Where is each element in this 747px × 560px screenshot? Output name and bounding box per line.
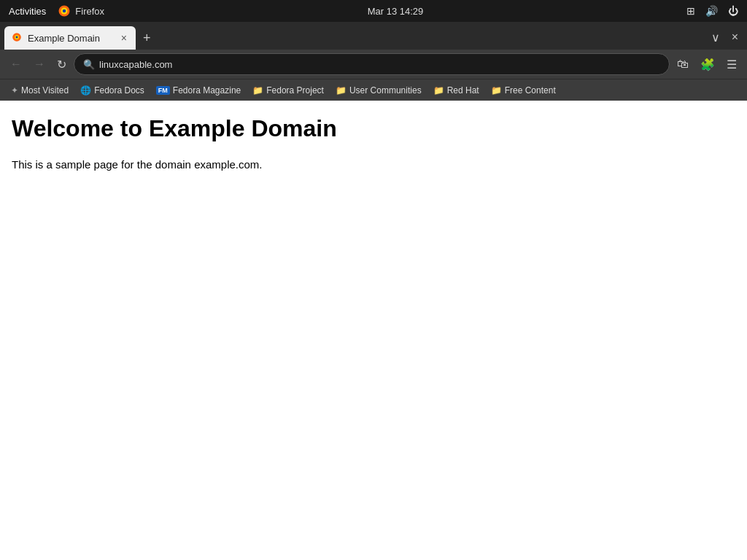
svg-point-2 <box>63 9 66 13</box>
nav-bar: ← → ↻ 🔍 🛍 🧩 ☰ <box>0 50 747 79</box>
tab-list-dropdown-button[interactable]: ∨ <box>707 29 724 46</box>
fedora-project-icon: 📁 <box>252 85 263 96</box>
firefox-logo-icon <box>58 4 71 18</box>
bookmark-fedora-magazine-label: Fedora Magazine <box>173 85 241 96</box>
browser-chrome: Example Domain × + ∨ × ← → ↻ 🔍 🛍 <box>0 22 747 101</box>
bookmark-most-visited-label: Most Visited <box>21 85 69 96</box>
bookmark-fedora-docs[interactable]: 🌐 Fedora Docs <box>75 83 150 98</box>
extensions-icon: 🧩 <box>700 58 715 71</box>
bookmark-most-visited[interactable]: ✦ Most Visited <box>6 83 74 98</box>
system-bar: Activities Firefox Mar 13 14:29 ⊞ 🔊 ⏻ <box>0 0 747 22</box>
tab-title: Example Domain <box>28 33 114 44</box>
page-heading: Welcome to Example Domain <box>12 115 735 142</box>
search-icon: 🔍 <box>83 59 95 70</box>
bookmark-free-content-label: Free Content <box>505 85 556 96</box>
system-tray: ⊞ 🔊 ⏻ <box>686 5 738 17</box>
bookmark-fedora-project-label: Fedora Project <box>266 85 324 96</box>
forward-button[interactable]: → <box>29 55 50 74</box>
bookmark-red-hat-label: Red Hat <box>447 85 479 96</box>
back-button[interactable]: ← <box>6 55 26 74</box>
free-content-icon: 📁 <box>491 85 502 96</box>
url-input[interactable] <box>99 59 660 70</box>
tab-example-domain[interactable]: Example Domain × <box>4 26 136 50</box>
reload-button[interactable]: ↻ <box>53 55 71 74</box>
firefox-label: Firefox <box>75 6 104 17</box>
new-tab-button[interactable]: + <box>137 28 157 49</box>
svg-point-5 <box>16 36 18 38</box>
address-bar[interactable]: 🔍 <box>74 53 670 75</box>
tab-close-button[interactable]: × <box>120 32 128 44</box>
fedora-magazine-icon: FM <box>156 86 170 95</box>
menu-button[interactable]: ☰ <box>722 55 741 74</box>
bookmark-user-communities-label: User Communities <box>349 85 422 96</box>
bookmark-fedora-docs-label: Fedora Docs <box>94 85 144 96</box>
tab-bar-end-controls: ∨ × <box>707 29 743 46</box>
extensions-button[interactable]: 🧩 <box>696 55 719 74</box>
nav-right-icons: 🛍 🧩 ☰ <box>673 55 741 74</box>
bookmark-red-hat[interactable]: 📁 Red Hat <box>428 83 484 98</box>
user-communities-icon: 📁 <box>336 85 347 96</box>
close-window-button[interactable]: × <box>727 29 743 45</box>
network-icon[interactable]: ⊞ <box>686 5 695 17</box>
firefox-taskbar-item[interactable]: Firefox <box>58 4 104 18</box>
pocket-button[interactable]: 🛍 <box>673 55 693 74</box>
red-hat-icon: 📁 <box>433 85 444 96</box>
forward-icon: → <box>34 58 45 71</box>
system-datetime: Mar 13 14:29 <box>104 6 686 17</box>
reload-icon: ↻ <box>57 58 66 71</box>
back-icon: ← <box>10 58 22 71</box>
pocket-icon: 🛍 <box>677 58 689 70</box>
bookmark-free-content[interactable]: 📁 Free Content <box>486 83 561 98</box>
bookmarks-bar: ✦ Most Visited 🌐 Fedora Docs FM Fedora M… <box>0 79 747 101</box>
bookmark-fedora-magazine[interactable]: FM Fedora Magazine <box>151 83 246 98</box>
page-paragraph: This is a sample page for the domain exa… <box>12 157 735 174</box>
tab-bar: Example Domain × + ∨ × <box>0 22 747 50</box>
page-content: Welcome to Example Domain This is a samp… <box>0 101 747 560</box>
bookmark-fedora-project[interactable]: 📁 Fedora Project <box>247 83 329 98</box>
tab-favicon-icon <box>12 32 22 44</box>
menu-icon: ☰ <box>727 58 737 71</box>
fedora-docs-icon: 🌐 <box>80 85 91 96</box>
bookmark-user-communities[interactable]: 📁 User Communities <box>330 83 427 98</box>
activities-button[interactable]: Activities <box>9 6 46 17</box>
volume-icon[interactable]: 🔊 <box>705 5 718 17</box>
power-icon[interactable]: ⏻ <box>728 5 738 17</box>
most-visited-icon: ✦ <box>11 85 18 96</box>
